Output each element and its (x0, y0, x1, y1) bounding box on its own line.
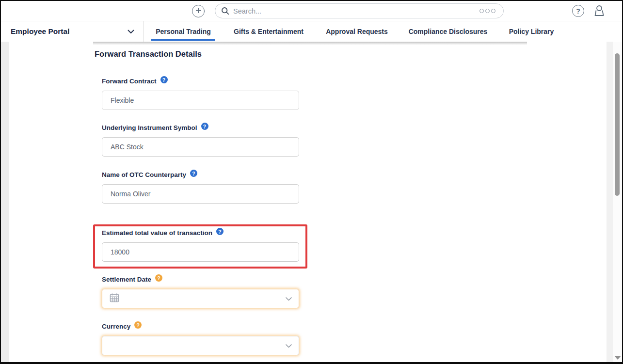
label-text: Settlement Date (102, 276, 151, 283)
app-window: ? Employee Portal Personal Trading Gifts… (0, 0, 623, 364)
help-icon[interactable]: ? (134, 321, 142, 329)
currency-select[interactable] (102, 336, 299, 355)
help-icon[interactable]: ? (216, 228, 224, 235)
label-text: Forward Contract (102, 78, 157, 85)
otc-counterparty-input[interactable] (102, 184, 299, 204)
estimated-value-input[interactable] (102, 242, 299, 262)
label-text: Underlying Instrument Symbol (102, 124, 197, 131)
plus-icon (195, 7, 202, 15)
portal-label: Employee Portal (11, 27, 69, 36)
chevron-down-icon (128, 30, 134, 34)
settlement-date-picker[interactable] (102, 289, 299, 308)
help-button[interactable]: ? (572, 5, 584, 17)
forward-contract-input[interactable] (102, 91, 299, 110)
left-gutter (1, 42, 9, 362)
tab-approval-requests[interactable]: Approval Requests (320, 21, 394, 42)
portal-switcher[interactable]: Employee Portal (1, 21, 144, 42)
label-text: Estimated total value of transaction (102, 229, 212, 237)
chevron-down-icon (286, 294, 292, 303)
search-input[interactable] (233, 7, 479, 15)
tab-gifts-entertainment[interactable]: Gifts & Entertainment (227, 21, 310, 42)
underlying-instrument-input[interactable] (102, 137, 299, 157)
calendar-icon (109, 292, 120, 305)
field-label-forward-contract: Forward Contract ? (102, 78, 168, 85)
help-icon[interactable]: ? (155, 274, 162, 282)
nav-row: Employee Portal Personal Trading Gifts &… (1, 21, 622, 42)
label-text: Currency (102, 323, 130, 330)
profile-button[interactable] (592, 4, 606, 18)
question-circle-icon: ? (576, 7, 580, 15)
field-label-estimated-value: Estimated total value of transaction ? (102, 229, 224, 237)
user-icon (593, 12, 606, 19)
search-icon (221, 7, 229, 15)
help-icon[interactable]: ? (160, 76, 168, 83)
help-icon[interactable]: ? (190, 170, 197, 177)
add-button[interactable] (192, 5, 205, 17)
field-label-currency: Currency ? (102, 323, 142, 330)
chevron-down-icon (286, 341, 292, 350)
search-options-icon[interactable] (479, 9, 497, 13)
tab-policy-library[interactable]: Policy Library (505, 21, 558, 42)
search-bar[interactable] (215, 3, 504, 18)
field-label-otc-counterparty: Name of OTC Counterparty ? (102, 171, 197, 178)
label-text: Name of OTC Counterparty (102, 171, 186, 178)
scrollbar-down-arrow[interactable] (614, 356, 621, 360)
panel-top-shadow (93, 42, 527, 45)
help-icon[interactable]: ? (201, 123, 208, 130)
scrollbar-thumb[interactable] (615, 53, 620, 196)
active-tab-indicator (151, 39, 215, 41)
top-bar: ? (1, 1, 622, 21)
page-title: Forward Transaction Details (95, 49, 202, 59)
field-label-settlement-date: Settlement Date ? (102, 276, 162, 283)
field-label-underlying-instrument: Underlying Instrument Symbol ? (102, 124, 208, 131)
tab-compliance-disclosures[interactable]: Compliance Disclosures (405, 21, 491, 42)
right-gutter (607, 42, 613, 362)
